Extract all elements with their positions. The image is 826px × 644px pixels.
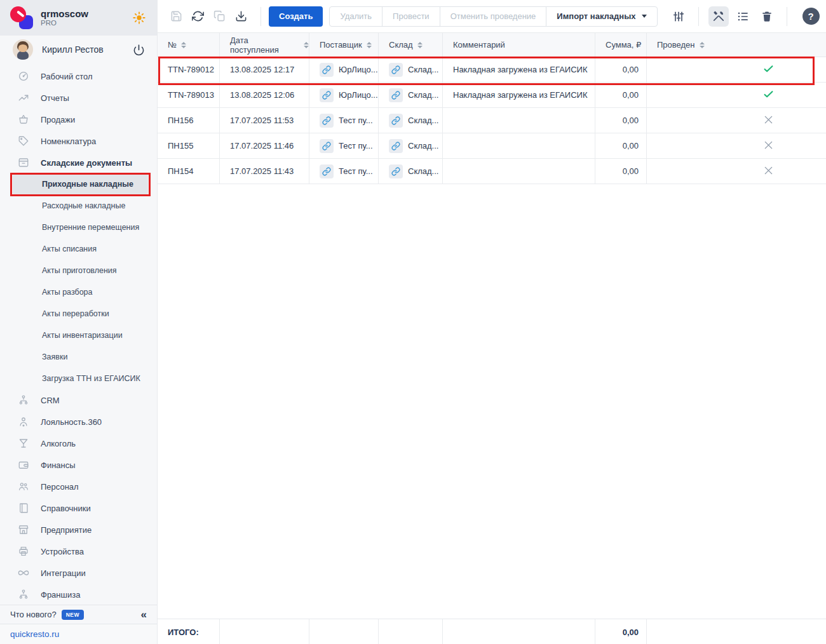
- column-header[interactable]: Дата поступления: [220, 33, 309, 57]
- sidebar-subitem[interactable]: Заявки: [13, 346, 148, 368]
- sidebar-item[interactable]: Алкоголь: [0, 433, 157, 454]
- save-icon[interactable]: [166, 7, 186, 26]
- sidebar-item[interactable]: Справочники: [0, 497, 157, 519]
- power-icon[interactable]: [132, 43, 146, 57]
- sidebar-item[interactable]: Персонал: [0, 476, 157, 497]
- supplier-label[interactable]: Тест пу...: [339, 166, 373, 176]
- sidebar-subitem[interactable]: Акты инвентаризации: [13, 325, 148, 346]
- link-icon[interactable]: [320, 164, 334, 178]
- column-settings-icon[interactable]: [668, 6, 689, 27]
- link-icon[interactable]: [320, 88, 334, 102]
- warehouse-label[interactable]: Склад...: [408, 65, 438, 74]
- invoice-number-cell: ПН156: [158, 108, 220, 133]
- link-icon[interactable]: [389, 88, 403, 102]
- sidebar-item-label: Внутренние перемещения: [42, 223, 139, 232]
- warehouse-cell: Склад...: [379, 57, 443, 82]
- sidebar-item[interactable]: Предприятие: [0, 519, 157, 540]
- staff-icon: [18, 481, 29, 492]
- sidebar-subitem[interactable]: Акты разбора: [13, 281, 148, 303]
- tools-icon[interactable]: [708, 6, 729, 27]
- sidebar-item[interactable]: Продажи: [0, 109, 157, 130]
- sidebar-subitem[interactable]: Загрузка ТТН из ЕГАИСИК: [13, 368, 148, 389]
- table-row[interactable]: TTN-78901213.08.2025 12:17ЮрЛицо...Склад…: [158, 57, 826, 83]
- column-header[interactable]: Поставщик: [309, 33, 379, 57]
- invoice-number-cell: TTN-789013: [158, 83, 220, 107]
- cross-icon: [762, 139, 775, 153]
- sort-icon[interactable]: [700, 42, 705, 48]
- document-actions-group: Удалить Провести Отменить проведение Имп…: [329, 6, 657, 27]
- link-icon[interactable]: [320, 114, 334, 128]
- import-invoices-button[interactable]: Импорт накладных: [546, 6, 657, 27]
- supplier-label[interactable]: Тест пу...: [339, 141, 373, 151]
- warehouse-label[interactable]: Склад...: [408, 141, 438, 151]
- sidebar-subitem[interactable]: Приходные накладные: [13, 173, 148, 195]
- sort-icon[interactable]: [181, 42, 186, 48]
- warehouse-label[interactable]: Склад...: [408, 166, 438, 176]
- trash-icon[interactable]: [757, 6, 777, 27]
- link-icon[interactable]: [389, 114, 403, 128]
- sidebar-item[interactable]: Франшиза: [0, 584, 157, 605]
- quickresto-link[interactable]: quickresto.ru: [10, 629, 59, 639]
- copy-icon[interactable]: [210, 7, 229, 26]
- sidebar-item[interactable]: Номенклатура: [0, 130, 157, 152]
- link-icon[interactable]: [320, 63, 334, 77]
- sidebar-item[interactable]: Интеграции: [0, 562, 157, 584]
- sort-icon[interactable]: [304, 42, 309, 48]
- table-row[interactable]: TTN-78901313.08.2025 12:06ЮрЛицо...Склад…: [158, 83, 826, 108]
- list-view-icon[interactable]: [733, 6, 753, 27]
- link-icon[interactable]: [389, 164, 403, 178]
- sidebar-subitem[interactable]: Акты приготовления: [13, 260, 148, 281]
- column-header-label: Дата поступления: [230, 36, 299, 55]
- delete-button[interactable]: Удалить: [329, 6, 383, 27]
- sort-icon[interactable]: [417, 42, 423, 48]
- sidebar-item-label: Складские документы: [41, 158, 132, 168]
- posted-status-cell: [647, 133, 826, 158]
- column-header[interactable]: Склад: [379, 33, 443, 57]
- collapse-sidebar-icon[interactable]: «: [141, 609, 147, 620]
- download-icon[interactable]: [231, 7, 250, 26]
- post-button[interactable]: Провести: [382, 6, 440, 27]
- user-row[interactable]: Кирилл Рестов: [0, 36, 157, 64]
- sidebar-item-label: Справочники: [41, 504, 91, 513]
- invoice-number-cell: ПН155: [158, 133, 220, 158]
- create-button[interactable]: Создать: [269, 6, 323, 27]
- column-header[interactable]: №: [158, 33, 220, 57]
- sidebar-item-label: Продажи: [41, 115, 75, 124]
- sidebar-item[interactable]: CRM: [0, 389, 157, 411]
- sum-cell: 0,00: [595, 57, 647, 82]
- toolbar-divider: [787, 7, 787, 26]
- sum-cell: 0,00: [595, 83, 647, 107]
- warehouse-label[interactable]: Склад...: [408, 90, 438, 100]
- sidebar-item[interactable]: Складские документы: [0, 152, 157, 173]
- column-header-label: Сумма, ₽: [606, 40, 641, 50]
- sidebar-item[interactable]: Отчеты: [0, 87, 157, 109]
- column-header[interactable]: Проведен•••: [647, 33, 826, 57]
- sidebar-subitem[interactable]: Расходные накладные: [13, 195, 148, 217]
- table-row[interactable]: ПН15517.07.2025 11:46Тест пу...Склад...0…: [158, 133, 826, 159]
- link-icon[interactable]: [320, 139, 334, 153]
- table-row[interactable]: ПН15617.07.2025 11:53Тест пу...Склад...0…: [158, 108, 826, 133]
- supplier-label[interactable]: ЮрЛицо...: [339, 65, 378, 74]
- link-icon[interactable]: [389, 139, 403, 153]
- warehouse-label[interactable]: Склад...: [408, 116, 438, 125]
- whats-new-row[interactable]: Что нового? NEW «: [0, 605, 157, 624]
- refresh-icon[interactable]: [188, 7, 207, 26]
- sidebar-item-label: Предприятие: [41, 525, 91, 535]
- sidebar-item[interactable]: Устройства: [0, 540, 157, 562]
- unpost-button[interactable]: Отменить проведение: [440, 6, 547, 27]
- supplier-label[interactable]: ЮрЛицо...: [339, 90, 378, 100]
- sidebar-subitem[interactable]: Внутренние перемещения: [13, 217, 148, 238]
- sort-icon[interactable]: [367, 42, 372, 48]
- sidebar-subitem[interactable]: Акты списания: [13, 238, 148, 260]
- franchise-icon: [18, 589, 29, 600]
- help-icon[interactable]: ?: [802, 8, 820, 25]
- sun-icon[interactable]: [132, 10, 147, 25]
- sidebar-subitem[interactable]: Акты переработки: [13, 303, 148, 325]
- sidebar-item[interactable]: Рабочий стол: [0, 65, 157, 87]
- link-icon[interactable]: [389, 63, 403, 77]
- sidebar-item[interactable]: Финансы: [0, 454, 157, 476]
- sidebar-item-label: Франшиза: [41, 590, 80, 600]
- sidebar-item[interactable]: Лояльность.360: [0, 411, 157, 433]
- table-row[interactable]: ПН15417.07.2025 11:43Тест пу...Склад...0…: [158, 159, 826, 184]
- supplier-label[interactable]: Тест пу...: [339, 116, 373, 125]
